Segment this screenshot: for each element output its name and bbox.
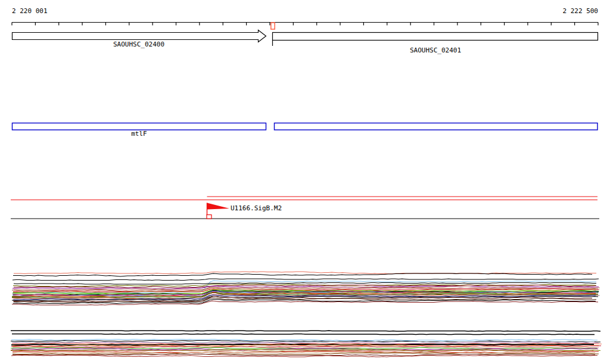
operon-box-left[interactable] [13,123,266,130]
tss-flag[interactable] [207,203,230,210]
gene-box-saouhsc-02401[interactable] [273,33,598,41]
profile-line [11,331,600,331]
browser-canvas [0,0,610,364]
genome-browser-view: 2 220 001 2 222 500 SAOUHSC_02400 SAOUHS… [0,0,610,364]
operon-label-mtlf: mtlF [12,130,266,137]
profile-line [14,272,596,274]
profile-line [11,344,594,345]
expression-profile-band-lower[interactable] [11,331,602,357]
gene-label-saouhsc-02401: SAOUHSC_02401 [273,47,598,54]
expression-profile-band-upper[interactable] [12,272,600,305]
ruler-selection-marker[interactable] [271,23,275,29]
gene-label-saouhsc-02400: SAOUHSC_02400 [12,41,266,48]
ruler-end-coordinate: 2 222 500 [562,8,598,14]
tss-track [11,197,599,219]
profile-line [14,283,596,285]
profile-line [12,334,595,335]
profile-line [13,273,592,276]
profile-line [13,279,599,281]
operon-box-right[interactable] [275,123,598,130]
ruler [12,23,598,26]
operon-track [13,123,598,130]
tss-label: U1166.SigB.M2 [231,205,282,211]
tss-base-box[interactable] [207,215,211,219]
ruler-start-coordinate: 2 220 001 [12,8,48,14]
